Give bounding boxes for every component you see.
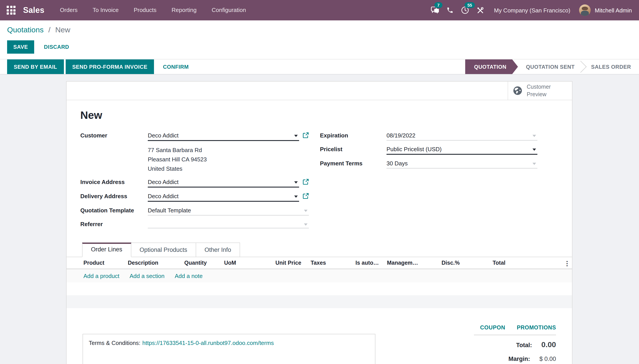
invoice-address-value: Deco Addict [148,179,179,185]
caret-down-icon[interactable] [304,210,307,212]
save-discard-row: SAVE DISCARD [7,40,639,59]
customer-input[interactable]: Deco Addict [148,131,299,141]
user-avatar[interactable] [579,4,591,16]
menu-reporting[interactable]: Reporting [164,0,204,20]
invoice-address-input[interactable]: Deco Addict [148,178,299,188]
fields-left-column: Customer Deco Addict [80,131,309,233]
caret-down-icon[interactable] [532,163,536,165]
margin-value: $ 0.00 [539,356,556,362]
external-link-icon[interactable] [303,193,309,199]
add-row: Add a product Add a section Add a note [67,269,572,282]
record-title: New [80,109,558,122]
app-name[interactable]: Sales [23,6,44,15]
col-quantity[interactable]: Quantity [184,260,207,266]
save-button[interactable]: SAVE [7,40,34,54]
caret-down-icon[interactable] [304,224,307,226]
add-a-note-link[interactable]: Add a note [175,272,203,279]
caret-down-icon[interactable] [294,181,298,184]
customer-address: 77 Santa Barbara Rd Pleasant Hill CA 945… [148,146,309,173]
col-unit-price[interactable]: Unit Price [275,260,301,266]
col-uom[interactable]: UoM [224,260,236,266]
payment-terms-value: 30 Days [387,160,408,167]
company-switcher[interactable]: My Company (San Francisco) [488,7,579,14]
tools-icon[interactable] [473,0,488,20]
referrer-label: Referrer [80,220,148,228]
address-line: 77 Santa Barbara Rd [148,146,309,155]
tab-optional-products[interactable]: Optional Products [131,242,196,257]
terms-and-conditions-box[interactable]: Terms & Conditions: https://17633541-15-… [83,334,375,364]
col-description[interactable]: Description [128,260,158,266]
status-quotation-sent[interactable]: QUOTATION SENT [518,60,583,74]
send-proforma-invoice-button[interactable]: SEND PRO-FORMA INVOICE [66,60,154,74]
referrer-input[interactable] [148,220,309,228]
tab-strip: Order Lines Optional Products Other Info [67,242,572,257]
total-row: Total: 0.00 [474,340,556,349]
coupon-button[interactable]: COUPON [480,324,505,331]
external-link-icon[interactable] [303,132,309,138]
field-payment-terms: Payment Terms 30 Days [320,159,537,168]
external-link-icon[interactable] [303,179,309,185]
customer-preview-button[interactable]: Customer Preview [508,82,572,100]
order-lines-header-row: Product Description Quantity UoM Unit Pr… [67,257,572,269]
totals-divider [474,335,556,335]
navbar-systray: 7 55 M [427,0,632,20]
user-name[interactable]: Mitchell Admin [595,7,632,14]
caret-down-icon[interactable] [294,135,298,137]
globe-icon [513,86,523,96]
navbar-menu: Orders To Invoice Products Reporting Con… [52,0,254,20]
address-line: Pleasant Hill CA 94523 [148,155,309,164]
col-discount[interactable]: Disc.% [442,260,460,266]
invoice-address-label: Invoice Address [80,178,148,188]
expiration-input[interactable]: 08/19/2022 [387,131,537,140]
col-product[interactable]: Product [83,260,104,266]
delivery-address-value: Deco Addict [148,193,179,200]
form-view-background: Customer Preview New Customer Deco Addic… [0,74,639,364]
tab-order-lines[interactable]: Order Lines [82,242,131,257]
activities-clock-icon[interactable]: 55 [458,0,473,20]
menu-orders[interactable]: Orders [52,0,85,20]
col-taxes[interactable]: Taxes [311,260,326,266]
caret-down-icon[interactable] [532,135,536,137]
caret-down-icon[interactable] [294,196,298,198]
payment-terms-input[interactable]: 30 Days [387,159,537,168]
breadcrumb: Quotations / New [7,26,639,34]
field-invoice-address: Invoice Address Deco Addict [80,178,309,188]
terms-link[interactable]: https://17633541-15-0-all.runbot97.odoo.… [142,340,274,346]
col-management[interactable]: Managem… [387,260,418,266]
discard-button[interactable]: DISCARD [38,40,76,54]
column-options-kebab-icon[interactable]: ⋮ [564,260,570,267]
delivery-address-input[interactable]: Deco Addict [148,192,299,202]
col-is-auto[interactable]: Is auto… [356,260,379,266]
pricelist-input[interactable]: Public Pricelist (USD) [387,145,537,155]
total-label: Total: [516,342,532,348]
add-a-section-link[interactable]: Add a section [130,272,165,279]
quotation-sheet: Customer Preview New Customer Deco Addic… [66,81,572,364]
messages-icon[interactable]: 7 [427,0,442,20]
apps-grid-icon[interactable] [5,4,17,16]
quotation-template-value: Default Template [148,207,191,214]
margin-row: Margin: $ 0.00 [474,356,556,362]
tab-other-info[interactable]: Other Info [196,242,240,257]
confirm-button[interactable]: CONFIRM [156,60,196,74]
caret-down-icon[interactable] [532,148,536,151]
field-referrer: Referrer [80,220,309,228]
total-value: 0.00 [541,340,556,349]
breadcrumb-current: New [55,26,70,34]
field-delivery-address: Delivery Address Deco Addict [80,192,309,202]
menu-to-invoice[interactable]: To Invoice [85,0,126,20]
phone-icon[interactable] [442,0,458,20]
sheet-footer: COUPON PROMOTIONS Total: 0.00 Margin: $ … [67,323,572,364]
sheet-header-strip: Customer Preview [67,82,572,100]
field-pricelist: Pricelist Public Pricelist (USD) [320,145,537,155]
menu-configuration[interactable]: Configuration [204,0,254,20]
promotions-button[interactable]: PROMOTIONS [517,324,556,331]
breadcrumb-quotations[interactable]: Quotations [7,26,44,34]
menu-products[interactable]: Products [126,0,164,20]
send-by-email-button[interactable]: SEND BY EMAIL [7,60,64,74]
quotation-template-input[interactable]: Default Template [148,206,309,216]
add-a-product-link[interactable]: Add a product [83,272,119,279]
status-quotation[interactable]: QUOTATION [465,60,518,74]
expiration-label: Expiration [320,131,387,140]
status-sales-order[interactable]: SALES ORDER [583,60,639,74]
col-total[interactable]: Total [493,260,505,266]
